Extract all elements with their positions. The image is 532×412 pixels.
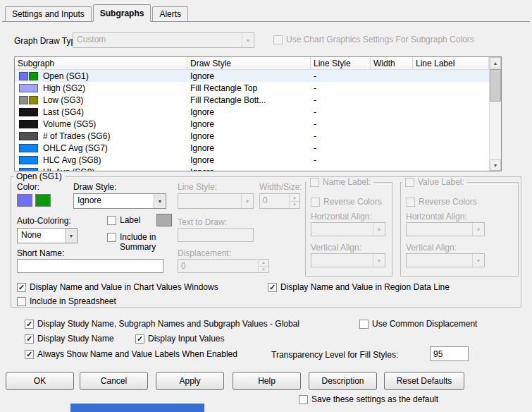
checkbox-label: Display Name and Value in Chart Values W…	[30, 282, 218, 292]
transparency-label: Transparency Level for Fill Styles:	[271, 350, 398, 360]
tab-alerts[interactable]: Alerts	[152, 6, 188, 21]
auto-coloring-value: None	[18, 229, 65, 243]
color-swatch	[19, 108, 38, 116]
checkbox-box[interactable]: ✓	[25, 320, 34, 329]
checkbox-box[interactable]: ✓	[17, 283, 26, 292]
draw-style-select[interactable]: Ignore ▼	[73, 193, 166, 209]
include-in-spreadsheet-checkbox[interactable]: Include in Spreadsheet	[17, 297, 116, 306]
displacement-label: Displacement:	[178, 248, 231, 258]
subgraph-name: HLC Avg (SG8)	[43, 155, 101, 165]
checkbox-label: Display Study Name	[37, 334, 114, 344]
ok-button[interactable]: OK	[6, 372, 74, 390]
scroll-down-icon[interactable]: ▼	[490, 159, 501, 171]
subgraph-color-swatches	[19, 96, 39, 104]
short-name-input[interactable]	[17, 259, 163, 273]
checkbox-box[interactable]	[107, 233, 116, 242]
cancel-button[interactable]: Cancel	[80, 372, 148, 390]
checkbox-box[interactable]: ✓	[268, 283, 277, 292]
combo-value	[311, 254, 373, 267]
checkbox-label: Name Label:	[323, 177, 371, 187]
chevron-down-icon[interactable]: ▼	[154, 194, 166, 208]
subgraph-color-swatches	[19, 120, 39, 128]
table-row[interactable]: Low (SG3) Fill Rectangle Bott... -	[15, 94, 489, 106]
table-row[interactable]: High (SG2) Fill Rectangle Top -	[15, 82, 489, 94]
column-header-line-style[interactable]: Line Style	[311, 57, 371, 69]
use-common-displacement-checkbox[interactable]: Use Common Displacement	[359, 320, 477, 329]
combo-value	[311, 223, 373, 236]
save-settings-default-checkbox[interactable]: Save these settings as the default	[299, 395, 438, 404]
display-region-data-checkbox[interactable]: ✓ Display Name and Value in Region Data …	[268, 283, 450, 292]
table-row[interactable]: HL Avg (SG9) Ignore -	[15, 166, 489, 171]
checkbox-label: Value Label:	[418, 177, 464, 187]
short-name-label: Short Name:	[17, 248, 64, 258]
scrollbar-thumb[interactable]	[490, 69, 501, 102]
row-width	[371, 154, 413, 166]
row-line-style: -	[311, 118, 371, 130]
vertical-scrollbar[interactable]: ▲ ▼	[489, 57, 501, 171]
subgraph-color-swatches	[19, 168, 39, 171]
label-checkbox[interactable]: Label	[107, 216, 140, 225]
transparency-input[interactable]	[430, 346, 469, 361]
row-line-label	[413, 106, 489, 118]
displacement-stepper: 0 ▲▼	[178, 259, 269, 273]
row-draw-style: Fill Rectangle Bott...	[187, 94, 311, 106]
display-chart-values-checkbox[interactable]: ✓ Display Name and Value in Chart Values…	[17, 283, 218, 292]
display-study-name-checkbox[interactable]: ✓ Display Study Name	[25, 334, 114, 344]
column-header-subgraph[interactable]: Subgraph	[15, 57, 187, 69]
chevron-down-icon: ▼	[241, 194, 253, 208]
display-input-values-checkbox[interactable]: ✓ Display Input Values	[135, 334, 225, 344]
column-header-width[interactable]: Width	[371, 57, 413, 69]
table-row[interactable]: Open (SG1) Ignore -	[15, 70, 489, 82]
table-row[interactable]: Volume (SG5) Ignore -	[15, 118, 489, 130]
row-line-label	[413, 70, 489, 82]
row-line-style: -	[311, 166, 371, 171]
description-button[interactable]: Description	[309, 372, 377, 390]
name-label-group-title: Name Label:	[307, 177, 373, 187]
secondary-color-button[interactable]	[35, 194, 51, 207]
checkbox-box[interactable]: ✓	[25, 350, 34, 359]
table-header: Subgraph Draw Style Line Style Width Lin…	[15, 57, 489, 70]
reset-defaults-button[interactable]: Reset Defaults	[384, 372, 464, 390]
subgraph-table: Subgraph Draw Style Line Style Width Lin…	[14, 56, 502, 171]
checkbox-box[interactable]	[359, 320, 369, 329]
tab-subgraphs[interactable]: Subgraphs	[93, 4, 151, 22]
checkbox-box[interactable]: ✓	[25, 334, 34, 344]
help-button[interactable]: Help	[233, 372, 301, 390]
subgraph-settings-dialog: Settings and Inputs Subgraphs Alerts Gra…	[0, 0, 532, 412]
auto-coloring-select[interactable]: None ▼	[17, 228, 78, 243]
table-row[interactable]: HLC Avg (SG8) Ignore -	[15, 154, 489, 166]
row-line-style: -	[311, 106, 371, 118]
color-label: Color:	[17, 182, 39, 192]
row-line-label	[413, 154, 489, 166]
checkbox-label: Include in Spreadsheet	[30, 296, 116, 306]
column-header-line-label[interactable]: Line Label	[413, 57, 489, 69]
checkbox-box[interactable]	[17, 297, 26, 306]
chevron-down-icon[interactable]: ▼	[65, 229, 77, 243]
include-in-summary-checkbox[interactable]: Include in Summary	[107, 233, 180, 252]
displacement-value: 0	[178, 260, 258, 272]
spin-up-icon: ▲	[290, 194, 299, 202]
row-line-style: -	[311, 130, 371, 142]
subgraph-color-swatches	[19, 108, 39, 116]
scroll-up-icon[interactable]: ▲	[490, 57, 501, 68]
line-style-value	[178, 194, 241, 208]
label-color-button[interactable]	[156, 214, 172, 226]
display-global-checkbox[interactable]: ✓ Display Study Name, Subgraph Names and…	[25, 320, 299, 329]
column-header-draw-style[interactable]: Draw Style	[187, 57, 311, 69]
table-row[interactable]: # of Trades (SG6) Ignore -	[15, 130, 489, 142]
row-draw-style: Ignore	[187, 70, 311, 82]
checkbox-box[interactable]	[299, 395, 308, 404]
checkbox-label: Use Chart Graphics Settings For Subgraph…	[286, 35, 474, 44]
primary-color-button[interactable]	[17, 194, 32, 207]
checkbox-box[interactable]: ✓	[135, 334, 144, 344]
detail-group-title: Open (SG1)	[13, 171, 65, 181]
subgraph-name: Last (SG4)	[43, 107, 84, 117]
auto-coloring-label: Auto-Coloring:	[17, 216, 71, 226]
table-row[interactable]: OHLC Avg (SG7) Ignore -	[15, 142, 489, 154]
always-show-labels-checkbox[interactable]: ✓ Always Show Name and Value Labels When…	[25, 350, 237, 359]
table-body: Open (SG1) Ignore - High (SG2) Fill Rect…	[15, 70, 489, 171]
tab-settings-and-inputs[interactable]: Settings and Inputs	[5, 6, 92, 21]
apply-button[interactable]: Apply	[156, 372, 224, 390]
checkbox-box[interactable]	[107, 216, 116, 225]
table-row[interactable]: Last (SG4) Ignore -	[15, 106, 489, 118]
